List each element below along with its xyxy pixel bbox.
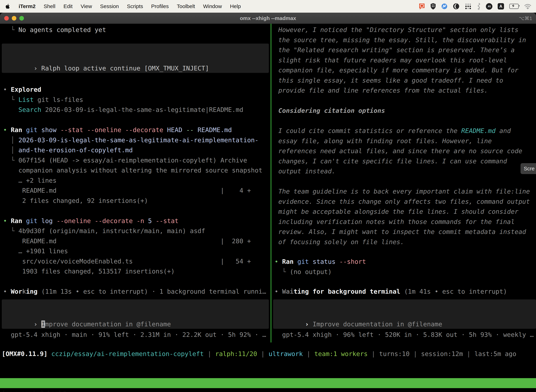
omx-status-area: [OMX#0.11.9] cczip/essay/ai-reimplementa… — [0, 343, 536, 378]
terminal-line: │ and-the-erosion-of-copyleft.md — [3, 145, 133, 155]
terminal-line: 1903 files changed, 513517 insertions(+) — [3, 266, 175, 276]
battery-icon[interactable] — [509, 4, 519, 9]
left-terminal-pane[interactable]: └ No agents completed yet• Explored └ Li… — [0, 24, 271, 342]
banner-prompt-icon: › — [34, 65, 41, 72]
terminal-line: └ List git ls-files — [3, 95, 83, 105]
right-input-text: Improve documentation in @filename — [313, 321, 442, 328]
terminal-line: output instead. — [274, 166, 335, 176]
terminal-line: • Ran git log --oneline --decorate -n 5 … — [3, 216, 178, 226]
apple-menu-icon[interactable] — [5, 4, 10, 9]
menu-item-edit[interactable]: Edit — [63, 3, 73, 9]
terminal-line: Considering citation options — [274, 106, 385, 116]
menu-item-scripts[interactable]: Scripts — [127, 3, 143, 9]
menu-item-iterm2[interactable]: iTerm2 — [19, 3, 36, 9]
terminal-line: review. Also, I might want to inspect th… — [274, 227, 526, 237]
terminal-line: • Working (11m 13s • esc to interrupt) ·… — [3, 286, 266, 296]
hook-icon[interactable] — [477, 3, 481, 10]
menu-item-help[interactable]: Help — [230, 3, 241, 9]
prompt-chevron-icon: › — [305, 321, 312, 328]
terminal-line: provide file and line references from th… — [274, 85, 488, 95]
macos-menu-bar: iTerm2 Shell Edit View Session Scripts P… — [0, 0, 536, 13]
terminal-line: essay file, along with finding root file… — [274, 136, 492, 146]
terminal-line: gpt-5.4 xhigh · 96% left · 520K in · 5.8… — [274, 330, 534, 340]
menu-item-shell[interactable]: Shell — [44, 3, 55, 9]
terminal-line: README.md | 280 + — [3, 236, 251, 246]
tmux-status-bar: [omx-cczip0:bash* "MacBook-Pro-44.local"… — [0, 378, 536, 388]
terminal-content: └ No agents completed yet• Explored └ Li… — [0, 24, 536, 342]
menu-item-window[interactable]: Window — [203, 3, 222, 9]
terminal-line: … +2 lines — [3, 175, 57, 186]
terminal-line: • Ran git show --stat --oneline --decora… — [3, 125, 232, 135]
terminal-line: • Waiting for background terminal (1m 41… — [274, 286, 507, 296]
right-terminal-pane[interactable]: However, I noticed the "Directory Struct… — [271, 24, 536, 342]
terminal-line: The team guideline is to back every impo… — [274, 186, 530, 196]
blue-badge-icon[interactable] — [441, 3, 448, 9]
terminal-line: gpt-5.4 xhigh · main · 91% left · 2.31M … — [3, 330, 266, 340]
kaleidoscope-icon[interactable] — [453, 3, 459, 10]
terminal-line: └ 067f154 (HEAD -> essay/ai-reimplementa… — [3, 155, 247, 165]
left-prompt-input[interactable]: › Improve documentation in @filename — [2, 299, 269, 329]
banner-text: Ralph loop active continue [OMX_TMUX_INJ… — [41, 65, 209, 72]
right-pane-lines: However, I noticed the "Directory Struct… — [271, 24, 536, 342]
terminal-line: this single essay, it seems like a good … — [274, 75, 503, 85]
chat-icon[interactable] — [419, 3, 425, 10]
menu-item-session[interactable]: Session — [100, 3, 119, 9]
terminal-line: references need actual files, and since … — [274, 146, 522, 156]
left-input-text: mprove documentation in @filename — [45, 321, 171, 328]
terminal-line: Search 2026-03-09-is-legal-the-same-as-l… — [3, 105, 243, 115]
menu-status-icons: .61 A — [419, 3, 531, 10]
terminal-line: └ 4b9d30f (origin/main, instructkr/main,… — [3, 226, 205, 236]
window-title: omx --xhigh --madmax — [0, 15, 536, 21]
omx-status-line: [OMX#0.11.9] cczip/essay/ai-reimplementa… — [2, 349, 516, 359]
dots-grid-icon[interactable] — [465, 3, 471, 10]
screen-tooltip: Scre — [521, 163, 536, 174]
wifi-icon[interactable] — [524, 4, 531, 9]
window-shortcut-badge: ⌥⌘1 — [519, 15, 532, 21]
text-cursor: I — [41, 321, 45, 328]
shield-grid-icon[interactable] — [430, 3, 436, 10]
terminal-line: • Explored — [3, 84, 41, 94]
terminal-line: of focusing solely on file lines. — [274, 237, 404, 247]
terminal-line: … +1901 lines — [3, 246, 68, 256]
menu-items: iTerm2 Shell Edit View Session Scripts P… — [5, 3, 241, 9]
ralph-loop-banner: › Ralph loop active continue [OMX_TMUX_I… — [2, 44, 269, 73]
battery-percent-badge[interactable]: .61 — [486, 3, 492, 10]
terminal-line: I could cite commit statistics or refere… — [274, 126, 511, 136]
input-source-a[interactable]: A — [498, 3, 504, 9]
right-prompt-input[interactable]: › Improve documentation in @filename — [273, 299, 536, 329]
terminal-line: README.md | 4 + — [3, 186, 251, 196]
terminal-line: including verification notes with those … — [274, 217, 515, 227]
terminal-line: companion analysis without altering the … — [3, 165, 262, 175]
menu-item-view[interactable]: View — [81, 3, 92, 9]
terminal-line: the source tree, missing the essay. Stil… — [274, 35, 526, 45]
terminal-line: the "Related research writing" section i… — [274, 45, 515, 55]
terminal-line: └ (no output) — [274, 267, 332, 277]
terminal-line: • Ran git status --short — [274, 257, 366, 267]
prompt-chevron-icon: › — [34, 321, 41, 328]
terminal-line: might be acceptable alongside the file l… — [274, 206, 518, 217]
terminal-line: slight risk that future readers may over… — [274, 55, 507, 65]
terminal-line: evidence. Since this change only affects… — [274, 196, 530, 206]
terminal-line: 2 files changed, 92 insertions(+) — [3, 196, 148, 206]
menu-item-profiles[interactable]: Profiles — [151, 3, 169, 9]
window-title-bar[interactable]: omx --xhigh --madmax ⌥⌘1 — [0, 13, 536, 24]
terminal-line: └ No agents completed yet — [3, 25, 106, 35]
terminal-line: changes, I can't cite specific file line… — [274, 156, 507, 166]
tmux-session-label[interactable]: [omx-cczip0:bash* — [2, 388, 67, 392]
menu-item-toolbelt[interactable]: Toolbelt — [177, 3, 195, 9]
terminal-line: However, I noticed the "Directory Struct… — [274, 25, 518, 35]
terminal-line: │ 2026-03-09-is-legal-the-same-as-legiti… — [3, 135, 258, 145]
terminal-line: companion file, especially if more comme… — [274, 65, 518, 75]
terminal-line: src/voice/voiceModeEnabled.ts | 54 + — [3, 256, 251, 266]
